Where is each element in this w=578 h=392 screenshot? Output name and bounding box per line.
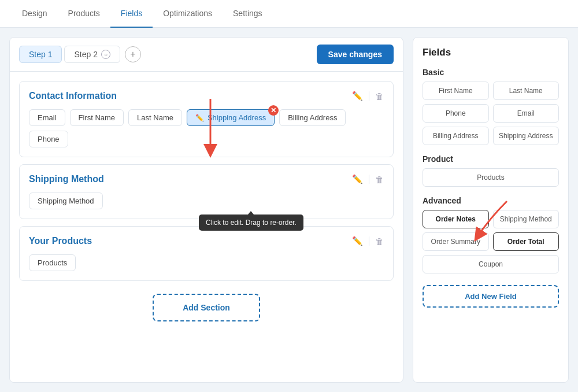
field-shipping-method[interactable]: Shipping Method [29,193,103,209]
field-products[interactable]: Products [29,254,76,271]
tab-step1[interactable]: Step 1 [19,46,62,63]
section-contact-actions: ✏️ 🗑 [352,91,384,101]
product-field-products[interactable]: Products [423,168,559,187]
basic-field-billing[interactable]: Billing Address [423,127,489,145]
step-tabs-bar: Step 1 Step 2 ○ + Save changes [10,38,403,72]
save-changes-button[interactable]: Save changes [317,45,394,64]
field-group-advanced-label: Advanced [423,196,559,205]
field-group-product: Product Products [423,154,559,187]
section-contact-title: Contact Information [29,91,117,101]
advanced-field-order-notes[interactable]: Order Notes [423,210,489,228]
basic-field-last-name[interactable]: Last Name [493,82,560,100]
right-panel-title: Fields [423,47,559,58]
field-last-name[interactable]: Last Name [128,109,182,126]
top-navigation: Design Products Fields Optimizations Set… [0,0,578,28]
nav-fields[interactable]: Fields [110,0,153,28]
field-billing-address[interactable]: Billing Address [279,109,346,126]
field-email[interactable]: Email [29,109,65,126]
field-group-basic: Basic First Name Last Name Phone Email B… [423,68,559,145]
add-new-field-button[interactable]: Add New Field [423,285,559,308]
advanced-field-order-summary[interactable]: Order Summary [423,232,489,251]
advanced-field-shipping-method[interactable]: Shipping Method [493,210,560,228]
pill-edit-icon: ✏️ [195,114,204,122]
section-products-delete-icon[interactable]: 🗑 [375,236,384,246]
basic-field-email[interactable]: Email [493,104,560,123]
section-divider [369,91,369,101]
field-group-product-label: Product [423,154,559,164]
section-products: Your Products ✏️ 🗑 Products [19,226,394,281]
add-section-button[interactable]: Add Section [153,294,260,321]
section-products-edit-icon[interactable]: ✏️ [352,236,363,246]
section-products-title: Your Products [29,236,92,246]
nav-settings[interactable]: Settings [223,0,273,28]
step2-icon: ○ [101,50,110,59]
section-products-header: Your Products ✏️ 🗑 [29,236,384,246]
section-products-divider [369,236,369,246]
section-contact-header: Contact Information ✏️ 🗑 [29,91,384,101]
products-fields-row: Products [29,254,384,271]
field-first-name[interactable]: First Name [70,109,124,126]
tab-step2-label: Step 2 [74,50,97,59]
basic-field-shipping[interactable]: Shipping Address [493,127,560,145]
advanced-field-order-total[interactable]: Order Total [493,232,560,251]
tooltip-text: Click to edit. Drag to re-order. [206,219,297,227]
main-wrapper: Step 1 Step 2 ○ + Save changes Contact I… [0,28,578,392]
shipping-fields-row: Shipping Method [29,193,384,209]
basic-field-phone[interactable]: Phone [423,104,489,123]
add-step-button[interactable]: + [125,46,141,62]
nav-optimizations[interactable]: Optimizations [153,0,223,28]
section-contact: Contact Information ✏️ 🗑 Email First Nam… [19,81,394,157]
field-shipping-address[interactable]: ✏️ Shipping Address ✕ [187,109,275,126]
basic-field-first-name[interactable]: First Name [423,82,489,100]
section-shipping-edit-icon[interactable]: ✏️ [352,174,363,184]
tab-step2[interactable]: Step 2 ○ [64,46,120,63]
section-contact-delete-icon[interactable]: 🗑 [375,91,384,101]
section-shipping: Shipping Method ✏️ 🗑 Shipping Method [19,164,394,219]
section-contact-edit-icon[interactable]: ✏️ [352,91,363,101]
field-group-advanced: Advanced Order Notes Shipping Method Ord… [423,196,559,273]
field-shipping-remove[interactable]: ✕ [268,105,279,116]
section-shipping-actions: ✏️ 🗑 [352,174,384,184]
sections-area: Contact Information ✏️ 🗑 Email First Nam… [10,72,403,382]
basic-field-grid: First Name Last Name Phone Email Billing… [423,82,559,145]
advanced-field-grid: Order Notes Shipping Method Order Summar… [423,210,559,273]
left-panel: Step 1 Step 2 ○ + Save changes Contact I… [9,37,403,383]
add-section-area: Add Section [19,288,394,324]
field-group-basic-label: Basic [423,68,559,77]
section-products-actions: ✏️ 🗑 [352,236,384,246]
section-shipping-header: Shipping Method ✏️ 🗑 [29,174,384,184]
contact-extra-fields-row: Phone [29,131,384,147]
field-shipping-label: Shipping Address [208,113,266,122]
right-panel: Fields Basic First Name Last Name Phone … [413,37,569,383]
nav-products[interactable]: Products [58,0,110,28]
section-shipping-divider [369,175,369,184]
advanced-field-coupon[interactable]: Coupon [423,255,559,273]
section-shipping-delete-icon[interactable]: 🗑 [375,175,384,184]
section-shipping-title: Shipping Method [29,174,104,184]
nav-design[interactable]: Design [12,0,58,28]
field-phone[interactable]: Phone [29,131,68,147]
product-field-grid: Products [423,168,559,187]
contact-fields-row: Email First Name Last Name ✏️ Shipping A… [29,109,384,126]
